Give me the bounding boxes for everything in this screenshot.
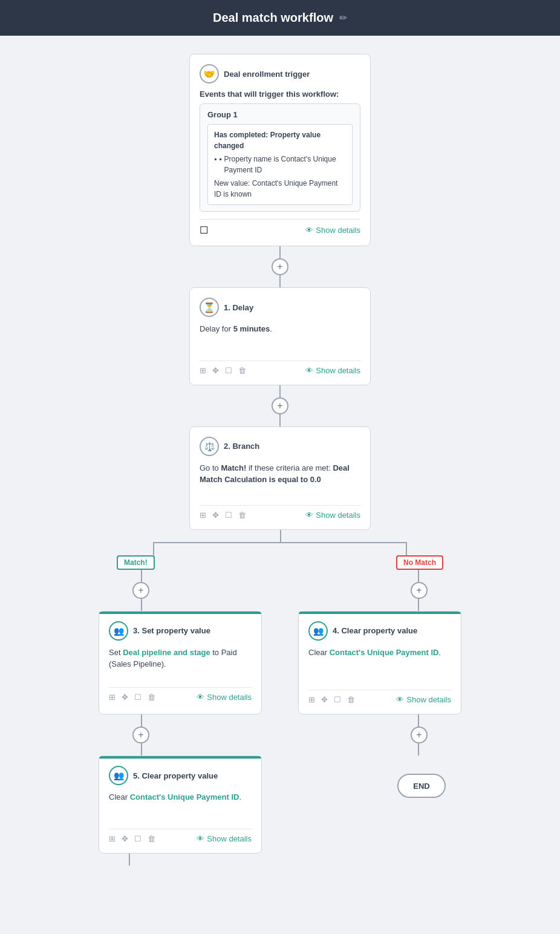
step3-title: 3. Set property value: [133, 626, 210, 635]
eye-icon-6: 👁: [197, 834, 204, 843]
eye-icon-4: 👁: [197, 693, 204, 702]
step5-body: Clear Contact's Unique Payment ID.: [109, 791, 252, 803]
condition-bullet: ▪ Property name is Contact's Unique Paym…: [214, 154, 346, 175]
eye-icon-5: 👁: [396, 695, 404, 704]
step5-end-row: 👥 5. Clear property value Clear Contact'…: [93, 756, 467, 854]
step1-header: ⏳ 1. Delay: [200, 298, 360, 317]
condition-box: Has completed: Property value changed ▪ …: [207, 124, 353, 205]
step4-move-icon[interactable]: ✥: [321, 695, 328, 704]
branch-match-label: Match!: [117, 555, 155, 570]
eye-icon-2: 👁: [305, 366, 313, 375]
step2-delete-icon[interactable]: 🗑: [238, 511, 246, 520]
step3-header: 👥 3. Set property value: [109, 621, 252, 641]
group-title: Group 1: [207, 110, 353, 119]
branch-connector-top: [93, 530, 467, 542]
step4-delete-icon[interactable]: 🗑: [347, 695, 355, 704]
step2-body: Go to Match! if these criteria are met: …: [200, 462, 360, 486]
step2-title: 2. Branch: [224, 442, 259, 451]
step5-title: 5. Clear property value: [133, 771, 218, 780]
add-step-1-button[interactable]: +: [272, 258, 288, 275]
step2-show-details[interactable]: 👁 Show details: [305, 511, 360, 520]
connector-2: [279, 275, 281, 287]
step4-show-details[interactable]: 👁 Show details: [396, 695, 451, 704]
step1-checkbox-icon[interactable]: ☐: [225, 366, 232, 375]
branch-labels-row: Match! No Match: [93, 555, 467, 570]
add-match-step-button[interactable]: +: [132, 582, 149, 599]
step1-show-details[interactable]: 👁 Show details: [305, 366, 360, 375]
step2-card: ⚖️ 2. Branch Go to Match! if these crite…: [189, 426, 371, 530]
step3-top-bar: [99, 612, 261, 614]
step4-link: Contact's Unique Payment ID: [330, 648, 439, 657]
condition-title: Has completed: Property value changed: [214, 129, 346, 151]
step1-move-icon[interactable]: ✥: [212, 366, 219, 375]
step4-checkbox-icon[interactable]: ☐: [334, 695, 341, 704]
step2-move-icon[interactable]: ✥: [212, 511, 219, 520]
step2-header: ⚖️ 2. Branch: [200, 437, 360, 456]
step3-copy-icon[interactable]: ⊞: [109, 693, 116, 702]
step3-link: Deal pipeline and stage: [123, 648, 210, 657]
trigger-icon: 🤝: [200, 64, 219, 83]
step3-delete-icon[interactable]: 🗑: [148, 693, 155, 702]
trigger-card-header: 🤝 Deal enrollment trigger: [200, 64, 360, 83]
step4-card: 👥 4. Clear property value Clear Contact'…: [298, 611, 461, 715]
step2-checkbox-icon[interactable]: ☐: [225, 511, 232, 520]
branch-cards-row: 👥 3. Set property value Set Deal pipelin…: [93, 611, 467, 715]
step1-title: 1. Delay: [224, 303, 253, 312]
step3-card: 👥 3. Set property value Set Deal pipelin…: [99, 611, 262, 715]
step5-icon: 👥: [109, 766, 128, 785]
add-step-2-button[interactable]: +: [272, 397, 288, 414]
step5-footer: ⊞ ✥ ☐ 🗑 👁 Show details: [109, 829, 252, 843]
step2-copy-icon[interactable]: ⊞: [200, 511, 206, 520]
step3-icon: 👥: [109, 621, 128, 641]
trigger-footer: ☐ 👁 Show details: [200, 219, 360, 236]
connector-3: [279, 385, 281, 397]
trigger-group-box: Group 1 Has completed: Property value ch…: [200, 103, 360, 212]
step1-actions: ⊞ ✥ ☐ 🗑: [200, 366, 246, 375]
step1-footer: ⊞ ✥ ☐ 🗑 👁 Show details: [200, 361, 360, 375]
condition-new-value: New value: Contact's Unique Payment ID i…: [214, 178, 346, 200]
trigger-show-details[interactable]: 👁 Show details: [305, 226, 360, 235]
step3-move-icon[interactable]: ✥: [122, 693, 128, 702]
step3-show-details[interactable]: 👁 Show details: [197, 693, 252, 702]
add-nomatch-step-button[interactable]: +: [411, 582, 428, 599]
step2-icon: ⚖️: [200, 437, 219, 456]
eye-icon-3: 👁: [305, 511, 313, 520]
step5-card: 👥 5. Clear property value Clear Contact'…: [99, 756, 262, 854]
eye-icon: 👁: [305, 226, 313, 235]
trigger-subtitle: Events that will trigger this workflow:: [200, 90, 360, 99]
step5-move-icon[interactable]: ✥: [122, 834, 128, 843]
step5-top-bar: [99, 756, 261, 759]
step5-show-details[interactable]: 👁 Show details: [197, 834, 252, 843]
step5-checkbox-icon[interactable]: ☐: [134, 834, 142, 843]
condition-bullet-text: Property name is Contact's Unique Paymen…: [224, 154, 346, 175]
page-title: Deal match workflow: [213, 11, 333, 25]
step1-body: Delay for 5 minutes.: [200, 323, 360, 335]
step3-checkbox-icon[interactable]: ☐: [134, 693, 142, 702]
edit-title-icon[interactable]: ✏: [339, 12, 347, 24]
step4-header: 👥 4. Clear property value: [308, 621, 451, 641]
step5-delete-icon[interactable]: 🗑: [148, 834, 155, 843]
trigger-checkbox-icon[interactable]: ☐: [200, 224, 208, 236]
step4-actions: ⊞ ✥ ☐ 🗑: [308, 695, 355, 704]
step4-title: 4. Clear property value: [333, 626, 417, 635]
step4-copy-icon[interactable]: ⊞: [308, 695, 315, 704]
step4-body: Clear Contact's Unique Payment ID.: [308, 647, 451, 659]
trigger-card: 🤝 Deal enrollment trigger Events that wi…: [189, 54, 371, 246]
step2-actions: ⊞ ✥ ☐ 🗑: [200, 511, 246, 520]
step1-copy-icon[interactable]: ⊞: [200, 366, 206, 375]
step5-actions: ⊞ ✥ ☐ 🗑: [109, 834, 155, 843]
add-end-button[interactable]: +: [411, 727, 428, 743]
step5-header: 👥 5. Clear property value: [109, 766, 252, 785]
step4-icon: 👥: [308, 621, 328, 641]
step1-delete-icon[interactable]: 🗑: [238, 366, 246, 375]
add-step5-button[interactable]: +: [132, 727, 149, 743]
end-section: END: [397, 774, 446, 798]
connector-1: [279, 246, 281, 258]
connector-4: [279, 414, 281, 426]
step5-link: Contact's Unique Payment ID: [130, 792, 239, 802]
page-header: Deal match workflow ✏: [0, 0, 560, 36]
step4-footer: ⊞ ✥ ☐ 🗑 👁 Show details: [308, 690, 451, 704]
step3-footer: ⊞ ✥ ☐ 🗑 👁 Show details: [109, 687, 252, 702]
step3-body: Set Deal pipeline and stage to Paid (Sal…: [109, 647, 252, 670]
step5-copy-icon[interactable]: ⊞: [109, 834, 116, 843]
